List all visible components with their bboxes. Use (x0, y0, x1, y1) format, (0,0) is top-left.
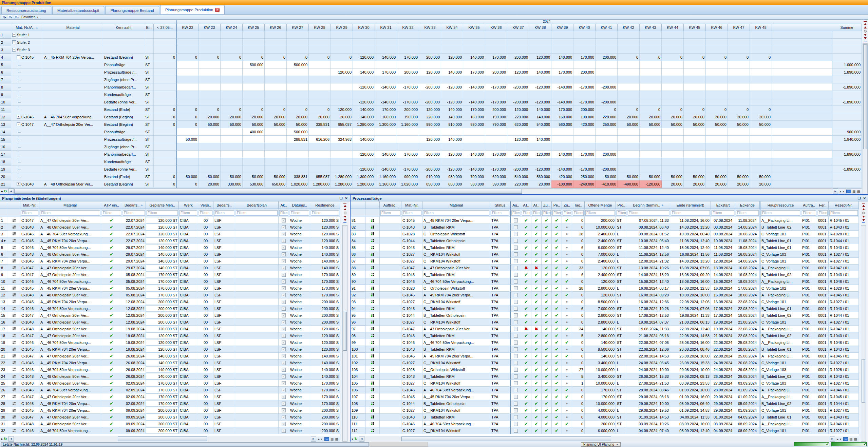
kw-value-cell[interactable] (706, 46, 728, 54)
indicator-cell[interactable]: ✔ (562, 387, 572, 393)
version-cell[interactable]: 00 (198, 380, 213, 387)
ende-cell[interactable]: 22.08.2024, 14:53 (670, 332, 711, 339)
auftragsart-cell[interactable]: PI01 (801, 224, 817, 231)
filter-input[interactable]: Filtern (736, 210, 759, 216)
auftrag-cell[interactable] (380, 366, 401, 373)
kw-value-cell[interactable] (265, 128, 287, 136)
eckende-cell[interactable]: 22.08.2024 (735, 305, 760, 312)
kw-value-cell[interactable] (640, 151, 662, 158)
checkbox-icon[interactable] (514, 266, 518, 270)
hauptressource-cell[interactable]: A__Packaging Li... (760, 339, 801, 346)
kw-value-cell[interactable]: 500.000 (287, 128, 309, 136)
matnr-cell[interactable]: C-1044 (401, 312, 422, 319)
kw-value-cell[interactable]: 0 (199, 106, 221, 113)
kw-value-cell[interactable]: 170.000 (551, 106, 573, 113)
status-cell[interactable]: TPA (490, 271, 510, 278)
auftragsart-cell[interactable]: PI01 (801, 217, 817, 224)
indicator-cell[interactable]: ✔ (542, 298, 552, 305)
material-cell[interactable]: A__46 704 50er Verpackung... (39, 231, 101, 237)
kw-value-cell[interactable] (463, 136, 485, 143)
kw-value-cell[interactable]: 560.000 (529, 173, 551, 180)
scroll-right-button[interactable]: ▶ (311, 436, 316, 442)
auftrag-cell[interactable] (380, 278, 401, 285)
kw-value-cell[interactable] (640, 98, 662, 106)
kw-value-cell[interactable] (243, 166, 265, 173)
checkbox-icon[interactable] (514, 381, 518, 385)
indicator-cell[interactable]: ● (562, 380, 572, 387)
restmenge-cell[interactable]: 170.000 S (310, 400, 340, 407)
page-nav-icons[interactable] (862, 201, 865, 225)
rezept-cell[interactable]: R-1043 / 01 (829, 373, 859, 380)
indicator-cell[interactable]: ✔ (542, 353, 552, 359)
beginn-cell[interactable]: 24.08.2024, 10:00 (627, 366, 670, 373)
checkbox-icon[interactable] (514, 408, 518, 412)
aktiv-cell[interactable]: ✓ (279, 298, 289, 305)
offene-menge-cell[interactable]: 140.000 (585, 326, 616, 332)
matnr-cell[interactable]: C-1043 (401, 414, 422, 421)
pre-horizon-cell[interactable] (154, 166, 176, 173)
status-cell[interactable]: TPA (490, 278, 510, 285)
atp-cell[interactable]: ✔ (101, 414, 122, 421)
close-icon[interactable]: ✕ (863, 196, 866, 200)
checkbox-icon[interactable] (514, 402, 518, 406)
offene-menge-cell[interactable]: 2.400.000 (585, 271, 616, 278)
mat-tree-cell[interactable] (11, 69, 43, 76)
beginn-cell[interactable]: 12.08.2024, 21:32 (627, 258, 670, 265)
grid-corner-icons[interactable]: ▸↻ (351, 436, 359, 442)
indicator-cell[interactable]: ✔ (552, 346, 562, 353)
row-number[interactable]: 93 (351, 298, 365, 305)
filter-input[interactable]: Filtern (402, 210, 421, 216)
kw-value-cell[interactable] (551, 143, 573, 151)
material-cell[interactable]: A__48 Ortholepsin 50er Ver... (39, 421, 101, 427)
kw-value-cell[interactable] (684, 166, 706, 173)
indicator-cell[interactable]: ● (562, 407, 572, 414)
column-header-kw[interactable]: KW 47 (728, 24, 750, 31)
kw-value-cell[interactable] (573, 46, 596, 54)
kw-value-cell[interactable]: 50.000 (684, 173, 706, 180)
offene-menge-cell[interactable]: 170.000 (585, 387, 616, 393)
beginn-cell[interactable]: 14.08.2024, 13:20 (627, 271, 670, 278)
kw-value-cell[interactable]: -140.000 (463, 151, 485, 158)
status-cell[interactable]: TPA (490, 407, 510, 414)
row-number[interactable]: 92 (351, 292, 365, 298)
kw-value-cell[interactable] (221, 151, 243, 158)
kw-value-cell[interactable]: -140.000 (551, 151, 573, 158)
beginn-cell[interactable]: 29.08.2024, 08:13 (627, 393, 670, 400)
atp-cell[interactable]: ✔ (101, 353, 122, 359)
unit-cell[interactable]: L (616, 380, 627, 387)
werk-cell[interactable]: CIBA (179, 305, 198, 312)
checkbox-icon[interactable] (514, 218, 518, 222)
status-cell[interactable]: TPA (490, 366, 510, 373)
version-cell[interactable]: 00 (198, 231, 213, 237)
kw-value-cell[interactable]: 50.000 (640, 173, 662, 180)
bedarfsart-cell[interactable]: LSF (213, 427, 235, 434)
matnr-cell[interactable]: C-1048 (20, 251, 39, 258)
fertigungs-cell[interactable]: 0001 (817, 427, 829, 434)
column-header-kw[interactable]: KW 35 (463, 24, 485, 31)
kw-value-cell[interactable] (353, 158, 375, 166)
row-number[interactable]: 112 (351, 427, 365, 434)
aktiv-cell[interactable]: ✓ (279, 359, 289, 366)
fertigungs-cell[interactable]: 0001 (817, 326, 829, 332)
indicator-cell[interactable]: ✔ (542, 231, 552, 237)
material-cell[interactable]: A__45 RKM 704 20er Verpa... (422, 393, 490, 400)
datumsraster-cell[interactable]: Woche (289, 339, 310, 346)
kw-value-cell[interactable] (507, 76, 529, 83)
kw-value-cell[interactable]: 0 (662, 106, 684, 113)
tage-cell[interactable]: 0 (572, 346, 585, 353)
ende-cell[interactable]: 25.08.2024, 16:00 (670, 353, 711, 359)
tage-cell[interactable]: 0 (572, 407, 585, 414)
row-number[interactable]: 91 (351, 285, 365, 292)
kw-value-cell[interactable] (397, 46, 419, 54)
atp-cell[interactable]: ✔ (101, 237, 122, 244)
grid-view-icons[interactable]: ▸ ◐ ↔ ▦ ▩ (835, 436, 859, 442)
auftragsart-cell[interactable]: PI01 (801, 292, 817, 298)
mat-tree-cell[interactable] (11, 76, 43, 83)
auftragsart-cell[interactable]: PI01 (801, 258, 817, 265)
kw-value-cell[interactable]: 140.000 (529, 113, 551, 121)
bedarfsdatum-cell[interactable]: 19.08.2024 (122, 332, 146, 339)
row-grip-cell[interactable] (8, 366, 20, 373)
eckstart-cell[interactable]: 10.08.2024 (711, 237, 735, 244)
beginn-cell[interactable]: 01.09.2024, 14:53 (627, 414, 670, 421)
eckstart-cell[interactable]: 24.08.2024 (711, 359, 735, 366)
